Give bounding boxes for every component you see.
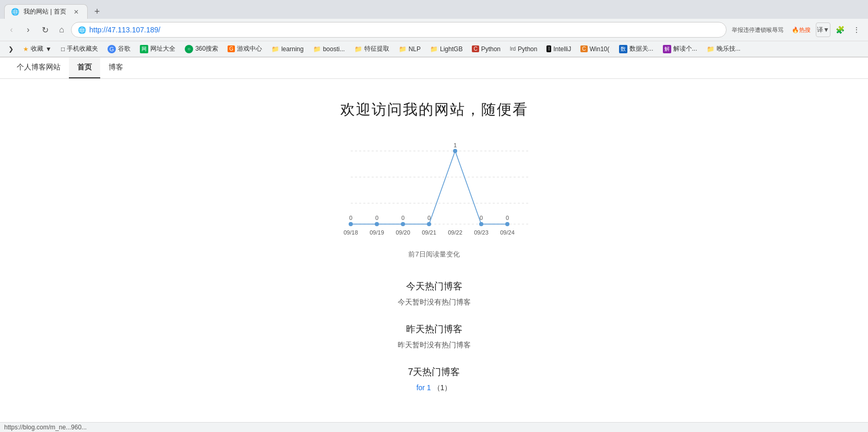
bookmark-lrd-python[interactable]: lrd Python [506,44,541,54]
site-brand: 个人博客网站 [8,57,69,78]
chart-label: 前7日阅读量变化 [330,250,539,259]
data-point-0919 [375,222,379,226]
date-label-0921: 09/21 [422,229,436,236]
yesterday-hot-title: 昨天热门博客 [398,323,471,335]
bookmark-other-sites[interactable]: ❯ [4,44,18,54]
value-label-0924: 0 [505,215,508,221]
address-bar[interactable]: 🌐 [71,22,727,38]
win10-icon: C [580,45,587,52]
folder-wanle-icon: 📁 [707,45,715,53]
lrd-icon: lrd [510,46,516,52]
welcome-title: 欢迎访问我的网站，随便看 [340,100,528,120]
bookmark-feature[interactable]: 📁 特征提取 [350,43,394,55]
bookmark-arrow-icon: ❯ [8,45,14,53]
back-button[interactable]: ‹ [4,22,19,37]
value-label-0920: 0 [401,215,404,221]
intellij-icon: I [546,45,551,52]
week-hot-title: 7天热门博客 [408,366,460,378]
tab-title: 我的网站 | 首页 [23,7,67,16]
folder-boosting-icon: 📁 [313,45,321,53]
week-hot-link[interactable]: for 1 [417,383,431,392]
date-label-0924: 09/24 [500,229,515,236]
bookmark-wanle[interactable]: 📁 晚乐技... [703,43,745,55]
reload-button[interactable]: ↻ [38,22,52,37]
data-icon: 数 [619,45,627,53]
bookmark-games[interactable]: G 游戏中心 [223,43,266,55]
data-point-0923 [479,222,483,226]
site-navigation: 个人博客网站 首页 博客 [0,57,868,79]
week-hot-count: （1） [433,383,452,392]
data-point-0918 [349,222,353,226]
folder-nlp-icon: 📁 [399,45,407,53]
tab-favicon: 🌐 [11,8,19,16]
bookmark-mobile[interactable]: □ 手机收藏夹 [57,43,102,55]
interpret-icon: 解 [663,45,671,53]
main-content: 欢迎访问我的网站，随便看 0 0 0 0 1 0 [0,79,868,414]
nav-actions: 举报违停遭锁喉辱骂 🔥热搜 译 ▼ 🧩 ⋮ [729,22,864,37]
bookmark-lightgb[interactable]: 📁 LightGB [426,44,467,54]
forward-button[interactable]: › [21,22,35,37]
bookmark-python-c[interactable]: C Python [468,44,505,54]
week-hot-link-row: for 1 （1） [408,383,460,393]
new-tab-button[interactable]: + [90,4,104,19]
nav-blog[interactable]: 博客 [100,57,132,78]
value-label-0919: 0 [375,215,378,221]
folder-lightgb-icon: 📁 [430,45,438,53]
bookmark-interpret[interactable]: 解 解读个... [659,43,701,55]
yesterday-hot-empty: 昨天暂时没有热门博客 [398,341,471,350]
python-c-icon: C [472,45,479,52]
bookmark-intellij[interactable]: I IntelliJ [542,44,575,54]
bookmark-favorites[interactable]: ★ 收藏 ▼ [19,43,56,55]
bookmark-win10[interactable]: C Win10( [576,44,613,54]
data-point-0924 [505,222,509,226]
active-tab[interactable]: 🌐 我的网站 | 首页 ✕ [4,4,88,19]
chart-line [351,151,507,224]
360-icon: ○ [185,45,193,53]
extensions-button[interactable]: 🧩 [833,22,847,37]
url-input[interactable] [89,26,720,34]
tab-close-button[interactable]: ✕ [72,7,81,17]
chart-container: 0 0 0 0 1 0 0 09/18 09/19 09/20 09/21 09… [330,141,539,259]
today-hot-section: 今天热门博客 今天暂时没有热门博客 [398,280,471,307]
value-label-0921: 0 [427,215,430,221]
home-button[interactable]: ⌂ [54,22,69,37]
data-point-0921 [427,222,431,226]
mobile-icon: □ [61,45,65,53]
today-hot-empty: 今天暂时没有热门博客 [398,298,471,307]
bookmark-nlp[interactable]: 📁 NLP [395,44,425,54]
tab-bar: 🌐 我的网站 | 首页 ✕ + [0,0,868,19]
reading-chart: 0 0 0 0 1 0 0 09/18 09/19 09/20 09/21 09… [330,141,539,245]
date-label-0923: 09/23 [474,229,489,236]
report-button[interactable]: 举报违停遭锁喉辱骂 [729,22,787,37]
today-hot-title: 今天热门博客 [398,280,471,293]
hao123-icon: 网 [140,45,148,53]
bookmark-hao123[interactable]: 网 网址大全 [136,43,180,55]
google-icon: G [108,45,116,53]
folder-learning-icon: 📁 [271,45,279,53]
star-icon: ★ [23,45,29,53]
security-icon: 🌐 [78,26,86,34]
menu-button[interactable]: ⋮ [849,22,864,37]
games-icon: G [228,45,235,52]
bookmark-learning[interactable]: 📁 learning [267,44,308,54]
hot-search-button[interactable]: 🔥热搜 [789,22,814,37]
nav-home[interactable]: 首页 [69,57,100,78]
date-label-0918: 09/18 [343,229,358,236]
date-label-0919: 09/19 [370,229,384,236]
value-label-0922: 1 [453,142,456,148]
folder-feature-icon: 📁 [354,45,362,53]
value-label-0923: 0 [479,215,482,221]
bookmarks-bar: ❯ ★ 收藏 ▼ □ 手机收藏夹 G 谷歌 网 网址大全 ○ 360搜索 G 游… [0,41,868,57]
yesterday-hot-section: 昨天热门博客 昨天暂时没有热门博客 [398,323,471,350]
data-point-0922 [453,149,457,153]
date-label-0920: 09/20 [396,229,410,236]
bookmark-data[interactable]: 数 数据关... [615,43,658,55]
navigation-bar: ‹ › ↻ ⌂ 🌐 举报违停遭锁喉辱骂 🔥热搜 译 ▼ 🧩 ⋮ [0,19,868,41]
translate-button[interactable]: 译 ▼ [816,22,830,37]
date-label-0922: 09/22 [448,229,462,236]
value-label-0918: 0 [349,215,352,221]
bookmark-google[interactable]: G 谷歌 [103,43,135,55]
week-hot-section: 7天热门博客 for 1 （1） [408,366,460,393]
bookmark-360[interactable]: ○ 360搜索 [181,43,222,55]
bookmark-boosting[interactable]: 📁 boosti... [309,44,349,54]
